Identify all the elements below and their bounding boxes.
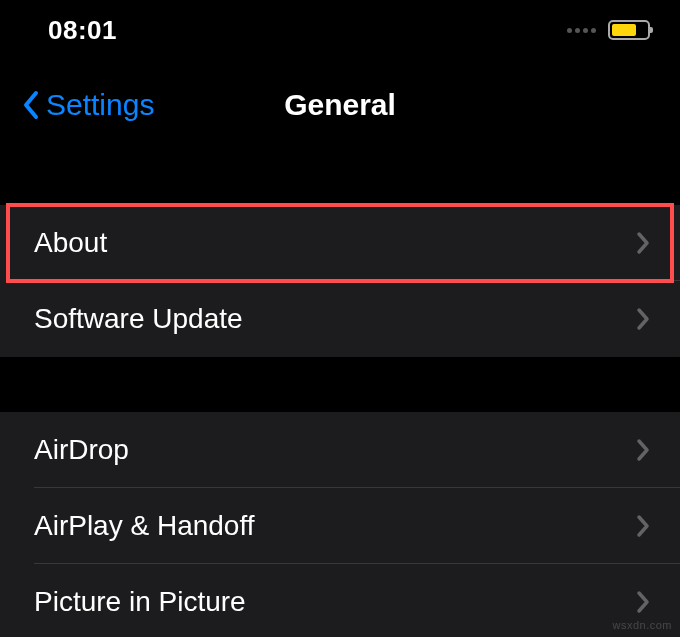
back-label: Settings: [46, 88, 154, 122]
section-spacer: [0, 150, 680, 205]
chevron-right-icon: [636, 590, 650, 614]
list-item-label: AirDrop: [34, 434, 129, 466]
section-spacer: [0, 357, 680, 412]
page-title: General: [284, 88, 396, 122]
nav-bar: Settings General: [0, 60, 680, 150]
status-time: 08:01: [48, 15, 117, 46]
status-right: [567, 20, 650, 40]
list-item-label: Picture in Picture: [34, 586, 246, 618]
chevron-right-icon: [636, 514, 650, 538]
list-item-about[interactable]: About: [0, 205, 680, 281]
chevron-right-icon: [636, 438, 650, 462]
list-item-label: AirPlay & Handoff: [34, 510, 255, 542]
list-item-label: About: [34, 227, 107, 259]
list-item-airplay-handoff[interactable]: AirPlay & Handoff: [0, 488, 680, 564]
list-item-picture-in-picture[interactable]: Picture in Picture: [0, 564, 680, 637]
chevron-right-icon: [636, 231, 650, 255]
status-bar: 08:01: [0, 0, 680, 60]
back-button[interactable]: Settings: [22, 88, 154, 122]
list-item-software-update[interactable]: Software Update: [0, 281, 680, 357]
list-group: AirDrop AirPlay & Handoff Picture in Pic…: [0, 412, 680, 637]
list-group: About Software Update: [0, 205, 680, 357]
chevron-right-icon: [636, 307, 650, 331]
chevron-left-icon: [22, 90, 40, 120]
watermark: wsxdn.com: [612, 619, 672, 631]
signal-dots: [567, 28, 596, 33]
list-item-airdrop[interactable]: AirDrop: [0, 412, 680, 488]
battery-icon: [608, 20, 650, 40]
list-item-label: Software Update: [34, 303, 243, 335]
